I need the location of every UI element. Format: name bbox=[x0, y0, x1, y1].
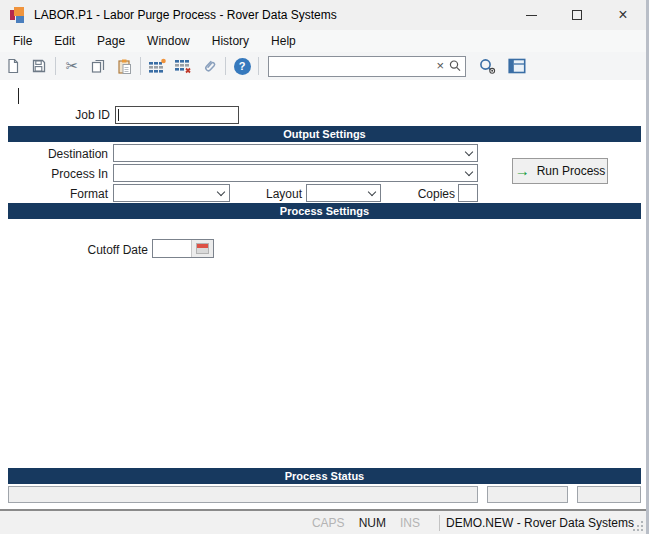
toolbar-separator bbox=[225, 57, 226, 75]
chevron-down-icon bbox=[465, 167, 473, 175]
cut-button[interactable]: ✂ bbox=[59, 54, 85, 78]
delete-row-button[interactable] bbox=[170, 54, 196, 78]
layout-panel-icon bbox=[508, 58, 526, 74]
calendar-icon bbox=[196, 243, 209, 254]
copy-icon bbox=[90, 58, 106, 74]
cutoff-date-field[interactable] bbox=[152, 239, 214, 258]
run-process-button[interactable]: → Run Process bbox=[512, 158, 608, 184]
delete-row-icon bbox=[174, 58, 192, 74]
section-header-process-settings: Process Settings bbox=[8, 203, 641, 219]
job-id-input[interactable] bbox=[115, 106, 239, 124]
copies-label: Copies bbox=[385, 187, 455, 201]
cutoff-date-label: Cutoff Date bbox=[0, 243, 148, 257]
run-process-label: Run Process bbox=[537, 164, 606, 178]
find-records-button[interactable] bbox=[474, 54, 500, 78]
section-header-output-settings: Output Settings bbox=[8, 126, 641, 142]
attachment-button[interactable] bbox=[196, 54, 222, 78]
chevron-down-icon bbox=[465, 147, 473, 155]
paste-button[interactable] bbox=[111, 54, 137, 78]
menu-window[interactable]: Window bbox=[136, 31, 201, 51]
status-bar: CAPS NUM INS DEMO.NEW - Rover Data Syste… bbox=[0, 509, 646, 534]
layout-select[interactable] bbox=[306, 184, 381, 202]
toolbar-separator bbox=[55, 57, 56, 75]
process-status-count-field bbox=[487, 486, 568, 503]
copy-button[interactable] bbox=[85, 54, 111, 78]
save-icon bbox=[31, 58, 47, 74]
job-id-label: Job ID bbox=[0, 108, 110, 122]
i-beam-cursor bbox=[18, 88, 19, 104]
insert-mode-indicator: INS bbox=[393, 516, 427, 530]
help-icon: ? bbox=[234, 58, 251, 75]
find-view-icon bbox=[478, 58, 497, 75]
close-button[interactable]: × bbox=[600, 0, 646, 30]
destination-label: Destination bbox=[0, 147, 108, 161]
process-status-message-field bbox=[8, 486, 478, 503]
logo-orange-square bbox=[14, 7, 24, 16]
insert-row-icon bbox=[148, 58, 166, 74]
destination-select[interactable] bbox=[113, 144, 478, 162]
minimize-button[interactable] bbox=[508, 0, 554, 30]
menu-history[interactable]: History bbox=[201, 31, 260, 51]
clear-search-icon[interactable]: × bbox=[436, 58, 444, 74]
menu-bar: File Edit Page Window History Help bbox=[0, 30, 646, 52]
save-button[interactable] bbox=[26, 54, 52, 78]
section-header-process-status: Process Status bbox=[8, 468, 641, 484]
logo-blue-square bbox=[16, 16, 24, 23]
insert-row-button[interactable] bbox=[144, 54, 170, 78]
toolbar-separator bbox=[258, 57, 259, 75]
format-label: Format bbox=[0, 187, 108, 201]
calendar-picker-button[interactable] bbox=[191, 240, 213, 257]
help-button[interactable]: ? bbox=[229, 54, 255, 78]
paperclip-icon bbox=[201, 58, 218, 75]
paste-icon bbox=[116, 58, 133, 75]
maximize-button[interactable] bbox=[554, 0, 600, 30]
maximize-icon bbox=[572, 10, 582, 20]
new-document-icon bbox=[5, 58, 21, 74]
search-box: × bbox=[268, 56, 466, 77]
minimize-icon bbox=[526, 15, 537, 16]
cutoff-date-value bbox=[153, 240, 191, 257]
close-icon: × bbox=[618, 7, 627, 23]
app-logo-icon bbox=[10, 7, 27, 23]
session-name: DEMO.NEW - Rover Data Systems bbox=[446, 516, 634, 530]
chevron-down-icon bbox=[217, 187, 225, 195]
run-arrow-icon: → bbox=[515, 164, 530, 178]
text-caret bbox=[118, 109, 119, 121]
menu-help[interactable]: Help bbox=[260, 31, 307, 51]
form-area: Job ID Output Settings Destination Proce… bbox=[0, 80, 646, 509]
layout-view-button[interactable] bbox=[504, 54, 530, 78]
chevron-down-icon bbox=[368, 187, 376, 195]
process-in-select[interactable] bbox=[113, 164, 478, 182]
menu-file[interactable]: File bbox=[2, 31, 43, 51]
copies-input[interactable] bbox=[458, 184, 478, 202]
format-select[interactable] bbox=[113, 184, 230, 202]
process-status-time-field bbox=[577, 486, 641, 503]
title-bar: LABOR.P1 - Labor Purge Process - Rover D… bbox=[0, 0, 646, 30]
window-title: LABOR.P1 - Labor Purge Process - Rover D… bbox=[34, 8, 337, 22]
menu-edit[interactable]: Edit bbox=[43, 31, 86, 51]
new-document-button[interactable] bbox=[0, 54, 26, 78]
process-in-label: Process In bbox=[0, 167, 108, 181]
toolbar-separator bbox=[140, 57, 141, 75]
toolbar: ✂ ? bbox=[0, 52, 646, 80]
cut-icon: ✂ bbox=[66, 57, 79, 75]
caps-lock-indicator: CAPS bbox=[305, 516, 352, 530]
status-bar-divider bbox=[439, 515, 440, 531]
menu-page[interactable]: Page bbox=[86, 31, 136, 51]
resize-grip[interactable] bbox=[632, 520, 644, 532]
layout-label: Layout bbox=[236, 187, 302, 201]
window-controls: × bbox=[508, 0, 646, 30]
app-window: LABOR.P1 - Labor Purge Process - Rover D… bbox=[0, 0, 649, 534]
num-lock-indicator: NUM bbox=[352, 516, 393, 530]
search-icon[interactable] bbox=[448, 59, 462, 73]
